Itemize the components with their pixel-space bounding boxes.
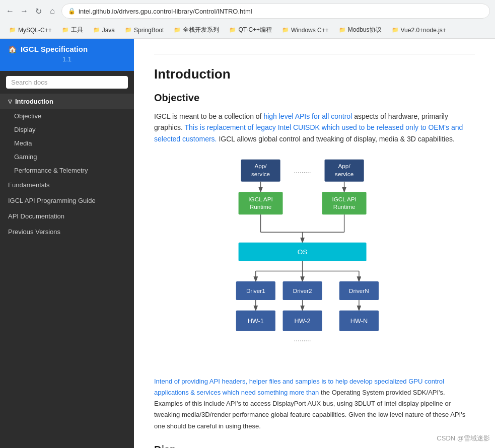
content-divider	[154, 54, 475, 54]
nav-item[interactable]: API Documentation	[0, 208, 134, 224]
nav-sub-item[interactable]: Performance & Telemetry	[0, 164, 134, 177]
folder-icon: 📁	[93, 27, 100, 33]
bookmark-item[interactable]: 📁Windows C++	[278, 26, 333, 35]
url-text: intel.github.io/drivers.gpu.control-libr…	[79, 8, 252, 15]
nav-item[interactable]: Previous Versions	[0, 224, 134, 240]
search-input[interactable]	[6, 76, 128, 89]
sidebar-search	[0, 71, 134, 94]
svg-text:IGCL API: IGCL API	[332, 196, 356, 202]
svg-text:HW-N: HW-N	[350, 318, 367, 325]
bottom-paragraph: Intend of providing API headers, helper …	[154, 376, 475, 431]
nav-sub-item[interactable]: Gaming	[0, 150, 134, 164]
home-button[interactable]: ⌂	[47, 6, 57, 16]
browser-nav: ← → ↻ ⌂ 🔒 intel.github.io/drivers.gpu.co…	[0, 0, 495, 22]
svg-text:App/: App/	[338, 163, 350, 170]
sidebar-nav: ▽ Introduction ObjectiveDisplayMediaGami…	[0, 94, 134, 448]
forward-button[interactable]: →	[19, 6, 29, 16]
nav-introduction-label: Introduction	[15, 98, 53, 105]
folder-icon: 📁	[62, 27, 69, 33]
nav-item[interactable]: IGCL API Programming Guide	[0, 193, 134, 208]
bookmark-item[interactable]: 📁Java	[89, 26, 119, 35]
bookmark-label: MySQL-C++	[18, 27, 52, 34]
bookmark-item[interactable]: 📁QT-C++编程	[225, 25, 276, 35]
home-icon: 🏠	[8, 45, 17, 53]
sidebar: 🏠 IGCL Specification 1.1 ▽ Introduction …	[0, 39, 134, 448]
display-section-title: Disp...	[154, 444, 475, 448]
folder-icon: 📁	[339, 27, 346, 33]
bookmark-item[interactable]: 📁全栈开发系列	[170, 25, 223, 35]
nav-introduction[interactable]: ▽ Introduction	[0, 94, 134, 109]
bookmark-label: Windows C++	[291, 27, 329, 34]
folder-icon: 📁	[229, 27, 236, 33]
nav-item[interactable]: Fundamentals	[0, 177, 134, 193]
svg-text:Runtime: Runtime	[333, 204, 355, 210]
svg-text:Runtime: Runtime	[249, 204, 271, 210]
bookmark-label: QT-C++编程	[238, 26, 272, 34]
folder-icon: 📁	[9, 27, 16, 33]
nav-sub-item[interactable]: Display	[0, 123, 134, 136]
nav-sub-items: ObjectiveDisplayMediaGamingPerformance &…	[0, 109, 134, 177]
bookmarks-bar: 📁MySQL-C++📁工具📁Java📁SpringBoot📁全栈开发系列📁QT-…	[0, 22, 495, 38]
folder-icon: 📁	[392, 27, 399, 33]
bookmark-label: SpringBoot	[134, 27, 164, 34]
svg-text:service: service	[335, 171, 353, 177]
bookmark-label: Vue2.0+node.js+	[401, 27, 446, 34]
svg-text:.........: .........	[294, 167, 311, 175]
nav-sub-item[interactable]: Objective	[0, 109, 134, 123]
folder-icon: 📁	[125, 27, 132, 33]
sidebar-title: 🏠 IGCL Specification	[8, 45, 126, 53]
svg-text:HW-2: HW-2	[294, 318, 310, 325]
bookmark-item[interactable]: 📁Modbus协议	[335, 25, 386, 35]
objective-text: IGCL is meant to be a collection of high…	[154, 111, 475, 144]
svg-text:service: service	[251, 171, 269, 177]
refresh-button[interactable]: ↻	[33, 6, 43, 16]
svg-text:App/: App/	[254, 163, 267, 170]
bookmark-item[interactable]: 📁MySQL-C++	[5, 26, 56, 35]
svg-text:HW-1: HW-1	[247, 318, 263, 325]
bookmark-item[interactable]: 📁SpringBoot	[121, 26, 168, 35]
svg-text:.........: .........	[294, 335, 311, 343]
main-layout: 🏠 IGCL Specification 1.1 ▽ Introduction …	[0, 39, 495, 448]
content-area: Introduction Objective IGCL is meant to …	[134, 39, 495, 448]
bookmark-label: Java	[102, 27, 115, 34]
sidebar-title-text: IGCL Specification	[21, 45, 88, 53]
address-bar[interactable]: 🔒 intel.github.io/drivers.gpu.control-li…	[61, 4, 490, 19]
bookmark-item[interactable]: 📁Vue2.0+node.js+	[388, 26, 450, 35]
diagram-container: App/ service App/ service ......... IGCL…	[154, 155, 475, 366]
nav-items: FundamentalsIGCL API Programming GuideAP…	[0, 177, 134, 240]
back-button[interactable]: ←	[5, 6, 15, 16]
svg-text:Driver1: Driver1	[246, 288, 265, 294]
expand-icon: ▽	[8, 99, 12, 104]
svg-text:OS: OS	[297, 248, 307, 256]
svg-text:IGCL API: IGCL API	[248, 196, 272, 202]
sidebar-version: 1.1	[8, 53, 126, 65]
page-title: Introduction	[154, 66, 475, 82]
svg-text:Driver2: Driver2	[293, 288, 312, 294]
bookmark-label: Modbus协议	[348, 26, 382, 34]
sidebar-header: 🏠 IGCL Specification 1.1	[0, 39, 134, 71]
bookmark-label: 工具	[71, 26, 83, 34]
lock-icon: 🔒	[68, 8, 76, 15]
nav-sub-item[interactable]: Media	[0, 136, 134, 150]
bookmark-label: 全栈开发系列	[183, 26, 219, 34]
architecture-diagram: App/ service App/ service ......... IGCL…	[209, 155, 420, 366]
objective-title: Objective	[154, 92, 475, 104]
folder-icon: 📁	[174, 27, 181, 33]
folder-icon: 📁	[282, 27, 289, 33]
browser-chrome: ← → ↻ ⌂ 🔒 intel.github.io/drivers.gpu.co…	[0, 0, 495, 39]
bookmark-item[interactable]: 📁工具	[58, 25, 87, 35]
svg-text:DriverN: DriverN	[349, 288, 369, 294]
